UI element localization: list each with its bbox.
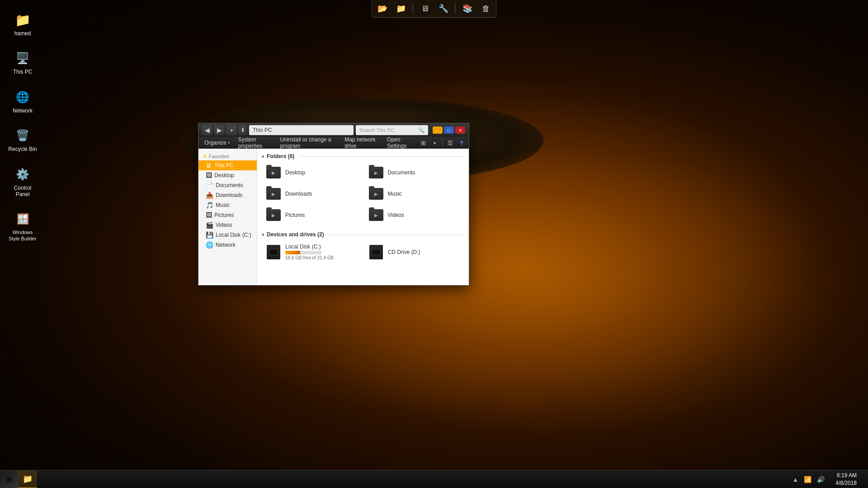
desktop-icon-recycle-bin[interactable]: 🗑️ Recycle Bin [5, 125, 41, 154]
system-properties-menu[interactable]: System properties [235, 135, 276, 150]
folders-arrow-icon: ▾ [262, 154, 264, 159]
window-controls: – □ ✕ [433, 127, 465, 134]
view-toggle-btn[interactable]: ⊞ [418, 138, 428, 148]
toolbar-folder1-btn[interactable]: 📂 [374, 1, 391, 16]
local-disk-c-bar-fill [285, 251, 300, 254]
top-toolbar: 📂 📁 🖥 🔧 📚 🗑 [372, 0, 497, 18]
music-sidebar-icon: 🎵 [206, 202, 213, 209]
toolbar-sep2 [455, 3, 456, 14]
sidebar-item-downloads[interactable]: 📥 Downloads [198, 190, 257, 200]
local-disk-c-size: 18.6 GB free of 31.4 GB [285, 255, 334, 260]
favorites-header: ★ Favorites [198, 152, 257, 160]
open-settings-menu[interactable]: Open Settings [383, 135, 417, 150]
desktop-icon-this-pc[interactable]: 🖥️ This PC [5, 47, 41, 77]
nav-forward-button[interactable]: ▶ [214, 125, 224, 135]
toolbar-books-btn[interactable]: 📚 [459, 1, 476, 16]
taskbar-file-explorer[interactable]: 📁 [18, 470, 37, 488]
hamed-icon: 📁 [14, 11, 32, 29]
this-pc-label: This PC [13, 69, 33, 75]
downloads-folder-label: Downloads [285, 191, 312, 197]
search-icon: 🔍 [418, 127, 425, 133]
folder-item-desktop[interactable]: Desktop [262, 163, 362, 182]
nav-up-button[interactable]: ⬆ [239, 125, 247, 135]
drives-grid: Local Disk (C:) 18.6 GB free of 31.4 GB [262, 241, 464, 263]
sidebar-pictures-label: Pictures [214, 212, 234, 218]
organize-menu[interactable]: Organize ▾ [201, 138, 234, 147]
uninstall-label: Uninstall or change a program [280, 136, 337, 149]
pictures-sidebar-icon: 🖼 [206, 211, 212, 219]
documents-folder-icon [368, 165, 384, 180]
cd-drive-d-info: CD Drive (D:) [388, 249, 420, 255]
desktop-icon-control-panel[interactable]: ⚙️ Control Panel [5, 164, 41, 200]
system-properties-label: System properties [238, 136, 272, 149]
sidebar-item-music[interactable]: 🎵 Music [198, 200, 257, 210]
sidebar-item-pictures[interactable]: 🖼 Pictures [198, 210, 257, 220]
sidebar-item-documents[interactable]: 📄 Documents [198, 180, 257, 190]
content-area: ▾ Folders (6) Desktop Documents [257, 149, 469, 285]
network-label: Network [13, 108, 33, 114]
map-network-menu[interactable]: Map network drive [341, 135, 382, 150]
desktop-folder-label: Desktop [285, 169, 305, 176]
toolbar-monitor-btn[interactable]: 🖥 [417, 1, 433, 16]
folders-section-label: Folders (6) [267, 153, 294, 160]
pane-toggle-btn[interactable]: ☰ [445, 138, 455, 148]
drives-arrow-icon: ▾ [262, 232, 264, 237]
desktop-icon-windows-style-builder[interactable]: 🪟 Windows Style Builder [5, 208, 41, 243]
desktop-icon-hamed[interactable]: 📁 hamed [5, 9, 41, 38]
explorer-window: ◀ ▶ ▾ ⬆ This PC Search This PC 🔍 – □ ✕ O… [198, 123, 469, 286]
drive-item-local-disk-c[interactable]: Local Disk (C:) 18.6 GB free of 31.4 GB [262, 241, 362, 263]
close-button[interactable]: ✕ [455, 127, 465, 134]
desktop-icon-network[interactable]: 🌐 Network [5, 86, 41, 116]
uninstall-menu[interactable]: Uninstall or change a program [277, 135, 340, 150]
sidebar-item-local-disk[interactable]: 💾 Local Disk (C:) [198, 230, 257, 240]
map-network-label: Map network drive [344, 136, 379, 149]
tray-arrow-icon[interactable]: ▲ [791, 476, 800, 483]
view-arrow-btn[interactable]: ▾ [429, 138, 439, 148]
clock-time: 6:19 AM [835, 472, 857, 479]
wsb-label: Windows Style Builder [6, 230, 39, 241]
sidebar-local-disk-label: Local Disk (C:) [216, 232, 251, 238]
sidebar: ★ Favorites 🖥 This PC 🖼 Desktop 📄 Docume… [198, 149, 257, 285]
sidebar-music-label: Music [216, 202, 230, 208]
pictures-folder-label: Pictures [285, 212, 305, 218]
sidebar-item-desktop[interactable]: 🖼 Desktop [198, 170, 257, 180]
hamed-label: hamed [14, 30, 31, 37]
sidebar-item-videos[interactable]: 🎬 Videos [198, 220, 257, 230]
address-bar[interactable]: This PC [249, 125, 354, 135]
help-btn[interactable]: ? [457, 138, 467, 148]
folder-item-videos[interactable]: Videos [364, 206, 465, 225]
folders-section-header: ▾ Folders (6) [262, 153, 464, 160]
favorites-star-icon: ★ [202, 153, 207, 160]
drives-section-label: Devices and drives (2) [267, 231, 324, 238]
address-bar-text: This PC [253, 127, 272, 133]
pictures-folder-icon [265, 208, 282, 222]
maximize-button[interactable]: □ [444, 127, 454, 134]
toolbar-trash-btn[interactable]: 🗑 [478, 1, 494, 16]
drive-item-cd-drive-d[interactable]: CD Drive (D:) [364, 241, 465, 263]
sidebar-item-this-pc[interactable]: 🖥 This PC [198, 160, 257, 170]
organize-arrow: ▾ [228, 141, 230, 145]
folder-item-documents[interactable]: Documents [364, 163, 465, 182]
desktop-folder-icon [265, 165, 282, 180]
view-controls: ⊞ ▾ ☰ ? [418, 138, 467, 148]
folder-item-music[interactable]: Music [364, 184, 465, 203]
minimize-button[interactable]: – [433, 127, 443, 134]
local-disk-c-bar [285, 251, 321, 254]
wsb-icon: 🪟 [14, 210, 32, 228]
start-button[interactable]: ⊞ [0, 470, 18, 488]
search-bar[interactable]: Search This PC 🔍 [356, 125, 428, 135]
nav-recent-button[interactable]: ▾ [226, 125, 236, 135]
toolbar-folder2-btn[interactable]: 📁 [393, 1, 409, 16]
sidebar-downloads-label: Downloads [216, 192, 242, 198]
toolbar-tools-btn[interactable]: 🔧 [435, 1, 452, 16]
folder-item-downloads[interactable]: Downloads [262, 184, 362, 203]
videos-folder-icon [368, 208, 384, 222]
drives-section-header: ▾ Devices and drives (2) [262, 231, 464, 238]
recycle-bin-icon: 🗑️ [14, 127, 32, 145]
folder-item-pictures[interactable]: Pictures [262, 206, 362, 225]
sidebar-item-network[interactable]: 🌐 Network [198, 240, 257, 250]
sidebar-videos-label: Videos [216, 222, 232, 228]
nav-back-button[interactable]: ◀ [202, 125, 212, 135]
taskbar: ⊞ 📁 ▲ 📶 🔊 6:19 AM 4/8/2018 [0, 470, 868, 488]
local-disk-c-name: Local Disk (C:) [285, 244, 334, 250]
